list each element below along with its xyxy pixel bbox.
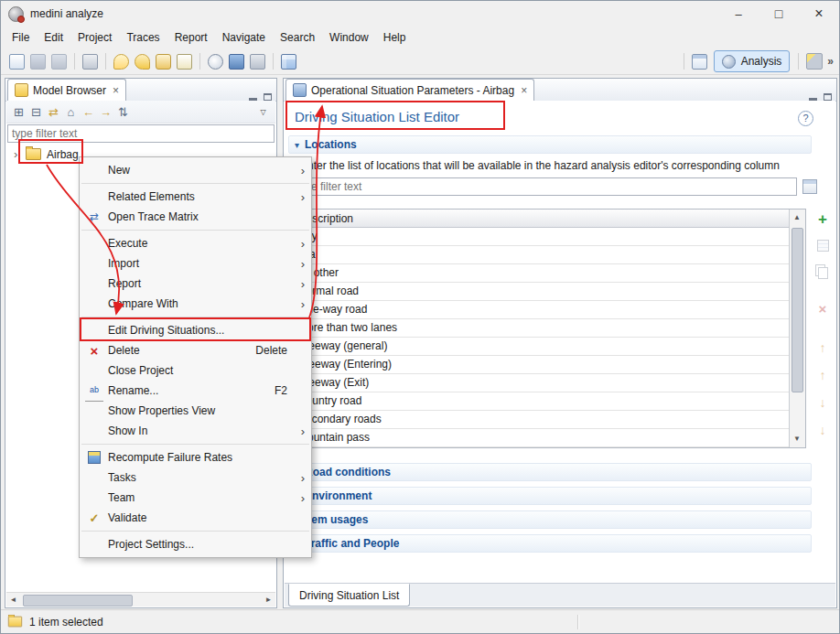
move-first-button[interactable] [813,338,832,357]
trace-matrix-button[interactable] [281,54,296,70]
menu-item-compare-with[interactable]: Compare With [80,294,311,314]
toolbar-overflow-chevron[interactable] [827,55,834,68]
add-row-button[interactable] [813,210,832,229]
move-last-button[interactable] [813,421,832,439]
table-row[interactable]: Normal road [293,283,805,301]
menu-window[interactable]: Window [322,28,376,47]
twistie-open-icon[interactable] [295,140,299,150]
open-perspective-button[interactable] [692,54,707,70]
maximize-button[interactable] [759,1,799,27]
menu-item-report[interactable]: Report [80,274,311,294]
quick-fix-button[interactable] [806,53,823,70]
table-row[interactable]: All other [293,264,805,283]
sort-icon[interactable] [114,105,132,119]
menu-navigate[interactable]: Navigate [215,28,273,47]
menu-item-show-in[interactable]: Show In [80,421,311,441]
menu-item-delete[interactable]: Delete Delete [80,340,311,360]
table-row[interactable]: mountain pass [293,429,805,447]
search-icon[interactable] [208,54,223,70]
scrollbar-thumb[interactable] [23,595,133,607]
link-with-editor-icon[interactable] [45,105,62,119]
section-road-conditions[interactable]: Road conditions [288,463,812,481]
tab-model-browser[interactable]: Model Browser [7,79,126,101]
menu-item-project-settings[interactable]: Project Settings... [80,534,311,554]
edit-row-button[interactable] [813,236,832,254]
new-wizard-button[interactable] [9,54,25,70]
tab-operational-situation-parameters[interactable]: Operational Situation Parameters - Airba… [285,79,534,101]
scroll-right-icon[interactable] [262,593,275,607]
minimize-button[interactable] [718,1,759,27]
move-down-button[interactable] [813,393,832,412]
section-locations[interactable]: Locations [288,135,812,154]
menu-item-recompute-failure-rates[interactable]: Recompute Failure Rates [80,447,311,467]
menu-item-team[interactable]: Team [80,488,311,508]
notes-button[interactable] [177,54,192,70]
report-button[interactable] [229,54,244,70]
maximize-view-icon[interactable] [264,93,272,101]
model-browser-filter-input[interactable] [7,124,275,143]
table-row[interactable]: Secondary roads [293,411,805,429]
section-environment[interactable]: Environment [288,487,812,505]
menu-item-validate[interactable]: Validate [80,508,311,528]
chevron-right-icon[interactable] [14,147,26,161]
filter-view-icon[interactable] [802,179,817,194]
menu-item-edit-driving-situations[interactable]: Edit Driving Situations... [80,320,311,340]
close-icon[interactable] [521,84,527,97]
menu-item-new[interactable]: New [80,160,311,180]
collapse-all-icon[interactable] [27,105,45,119]
menu-item-open-trace-matrix[interactable]: Open Trace Matrix [80,207,311,227]
menu-item-close-project[interactable]: Close Project [80,360,311,381]
table-row[interactable]: Freeway (Exit) [293,374,805,392]
maximize-view-icon[interactable] [824,93,832,101]
delete-row-button[interactable] [813,299,832,317]
table-row[interactable]: One-way road [293,301,805,319]
scroll-down-icon[interactable] [790,432,804,446]
vertical-scrollbar[interactable] [789,210,805,447]
menu-file[interactable]: File [5,28,37,47]
scroll-up-icon[interactable] [790,210,804,225]
move-up-button[interactable] [813,366,832,384]
back-icon[interactable] [80,105,97,119]
menu-item-show-properties-view[interactable]: Show Properties View [80,401,311,421]
menu-project[interactable]: Project [70,28,119,47]
column-header-description[interactable]: Description [293,210,805,228]
menu-help[interactable]: Help [376,28,414,47]
menu-item-rename[interactable]: Rename... F2 [80,381,311,401]
tab-driving-situation-list[interactable]: Driving Situation List [288,584,410,607]
scrollbar-thumb[interactable] [792,228,803,392]
table-row[interactable]: Country road [293,392,805,411]
menu-edit[interactable]: Edit [37,28,70,47]
save-button[interactable] [30,54,46,70]
horizontal-scrollbar[interactable] [6,592,275,607]
discussion-button[interactable] [135,54,150,70]
menu-report[interactable]: Report [167,28,215,47]
close-icon[interactable] [113,84,119,97]
comment-button[interactable] [113,54,129,70]
table-row[interactable]: Freeway (Entering) [293,356,805,374]
menu-item-related-elements[interactable]: Related Elements [80,187,311,207]
home-icon[interactable] [62,105,80,119]
expand-all-icon[interactable] [10,105,27,119]
save-all-button[interactable] [51,54,67,70]
menu-search[interactable]: Search [273,28,322,47]
view-menu-icon[interactable] [254,108,272,116]
menu-item-import[interactable]: Import [80,253,311,274]
table-row[interactable]: more than two lanes [293,319,805,338]
section-traffic-and-people[interactable]: Traffic and People [288,534,812,553]
close-button[interactable] [799,1,839,27]
locations-filter-input[interactable] [292,177,797,196]
scroll-left-icon[interactable] [6,593,20,607]
menu-item-execute[interactable]: Execute [80,233,311,253]
menu-item-tasks[interactable]: Tasks [80,467,311,488]
table-row[interactable]: Any [293,228,805,246]
analysis-perspective-button[interactable]: Analysis [714,50,791,72]
forward-icon[interactable] [97,105,114,119]
section-item-usages[interactable]: Item usages [288,510,812,529]
print-button[interactable] [82,54,98,70]
library-button[interactable] [250,54,265,70]
review-button[interactable] [156,54,171,70]
menu-traces[interactable]: Traces [119,28,167,47]
table-row[interactable]: Freeway (general) [293,338,805,356]
table-row[interactable]: N/a [293,246,805,264]
copy-row-button[interactable] [813,263,832,282]
